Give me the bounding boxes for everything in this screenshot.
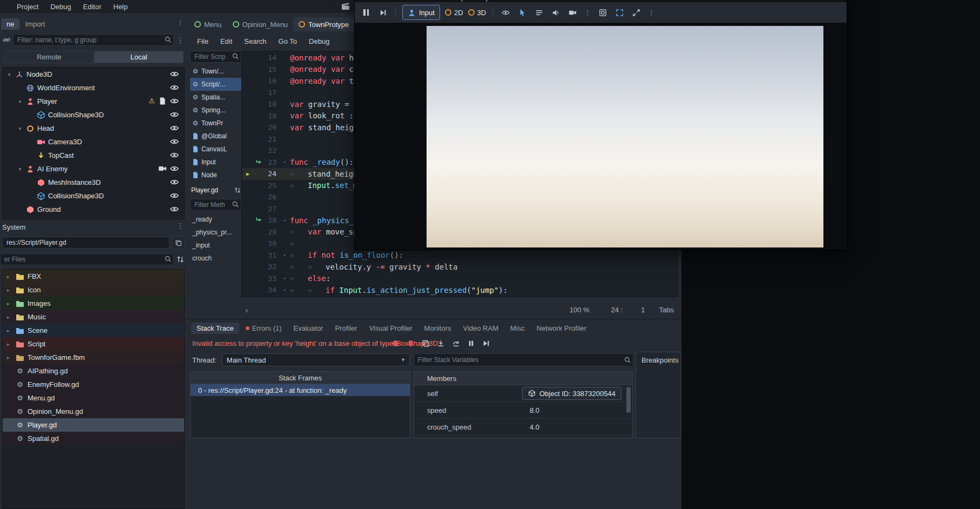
node-list-icon[interactable] xyxy=(533,6,545,18)
visibility-eye-icon[interactable] xyxy=(170,205,179,213)
scene-node-collisionshape3d[interactable]: CollisionShape3D xyxy=(3,108,184,122)
3d-view-button[interactable]: 3D xyxy=(468,9,486,17)
object-id-button[interactable]: Object ID: 33873200544 xyxy=(522,387,621,400)
debugger-tab-stack-trace[interactable]: Stack Trace xyxy=(191,323,239,334)
visibility-eye-icon[interactable] xyxy=(170,83,179,92)
file-images[interactable]: ▸Images xyxy=(3,297,184,310)
file-player-gd[interactable]: ⚙Player.gd xyxy=(3,418,184,432)
filter-stack-variables-input[interactable] xyxy=(414,353,633,366)
menu-debug[interactable]: Debug xyxy=(44,1,77,12)
code-line-34[interactable]: 34▾»»if Input.is_action_just_pressed("ju… xyxy=(242,284,678,296)
record-icon[interactable] xyxy=(390,338,401,349)
script-item-input[interactable]: Input xyxy=(190,156,241,169)
scene-node-collisionshape3d[interactable]: CollisionShape3D xyxy=(3,189,184,203)
copy-error-icon[interactable] xyxy=(420,338,431,349)
expand-arrow-icon[interactable]: ▾ xyxy=(17,166,23,172)
menu-help[interactable]: Help xyxy=(107,1,134,12)
method-physics-pr[interactable]: _physics_pr... xyxy=(190,226,241,239)
code-line-31[interactable]: 31▾»if not is_on_floor(): xyxy=(242,250,678,262)
script-menu-go-to[interactable]: Go To xyxy=(273,36,303,47)
movie-maker-icon[interactable] xyxy=(340,2,351,11)
file-icon[interactable]: ▸Icon xyxy=(3,283,184,297)
visibility-eye-icon[interactable] xyxy=(170,191,179,200)
visibility-eye-icon[interactable] xyxy=(170,151,179,159)
file-fbx[interactable]: ▸FBX xyxy=(3,270,184,283)
dock-tab-ne[interactable]: ne xyxy=(1,18,19,30)
member-row-self[interactable]: selfObject ID: 33873200544 xyxy=(414,385,632,402)
sort-files-icon[interactable] xyxy=(176,255,185,264)
expand-arrow-icon[interactable]: ▾ xyxy=(17,126,23,131)
fold-chevron-icon[interactable]: ▾ xyxy=(280,218,289,223)
step-into-icon[interactable] xyxy=(435,338,446,349)
warning-icon[interactable]: ⚠ xyxy=(147,97,156,105)
scene-node-node3d[interactable]: ▾Node3D xyxy=(3,68,184,81)
debugger-tab-profiler[interactable]: Profiler xyxy=(329,323,362,334)
debugger-tab-misc[interactable]: Misc xyxy=(505,323,530,334)
visibility-eye-icon[interactable] xyxy=(170,124,179,132)
fold-chevron-icon[interactable]: ▾ xyxy=(280,287,289,293)
scene-node-camera3d[interactable]: Camera3D xyxy=(3,135,184,149)
2d-view-button[interactable]: 2D xyxy=(445,9,463,17)
running-game-window[interactable]: (DEBUG) Input 2D 3D xyxy=(355,0,847,250)
screenshot-frame-icon[interactable] xyxy=(597,6,609,18)
select-mode-cursor-icon[interactable] xyxy=(516,6,528,18)
script-item-townpr[interactable]: ⚙TownPr xyxy=(190,117,241,130)
script-item-script[interactable]: ⚙Script/... xyxy=(190,78,241,91)
fullscreen-icon[interactable] xyxy=(613,6,625,18)
scene-node-meshinstance3d[interactable]: MeshInstance3D xyxy=(3,176,184,189)
dock-tab-import[interactable]: Import xyxy=(19,18,50,30)
current-path-input[interactable] xyxy=(2,237,170,249)
pause-icon[interactable] xyxy=(360,6,372,18)
script-menu-debug[interactable]: Debug xyxy=(303,36,335,47)
skip-breakpoints-bell-icon[interactable] xyxy=(405,338,416,349)
script-menu-search[interactable]: Search xyxy=(238,36,272,47)
code-line-33[interactable]: 33▾»else: xyxy=(242,273,678,285)
filesystem-menu-icon[interactable]: ⋮ xyxy=(176,222,185,230)
scene-tab-townprotype[interactable]: TownProtype× xyxy=(293,17,363,31)
menu-editor[interactable]: Editor xyxy=(77,1,107,12)
visibility-eye-icon[interactable] xyxy=(170,70,179,78)
member-row-accel[interactable]: accel16.0 xyxy=(414,436,632,438)
file-menu-gd[interactable]: ⚙Menu.gd xyxy=(3,391,184,405)
link-icon[interactable] xyxy=(2,36,11,44)
file-aipathing-gd[interactable]: ⚙AIPathing.gd xyxy=(3,364,184,378)
file-opinion-menu-gd[interactable]: ⚙Opinion_Menu.gd xyxy=(3,405,184,418)
script-item-spring[interactable]: ⚙Spring... xyxy=(190,104,241,117)
stack-frame-row[interactable]: 0 - res://Script/Player.gd:24 - at funct… xyxy=(191,384,410,396)
expand-arrow-icon[interactable]: ▾ xyxy=(17,99,23,104)
toggle-split-icon[interactable] xyxy=(172,236,185,249)
scene-tab-menu[interactable]: Menu xyxy=(189,17,227,31)
debugger-tab-visual-profiler[interactable]: Visual Profiler xyxy=(364,323,418,334)
sort-methods-icon[interactable] xyxy=(234,186,241,194)
debugger-tab-errors-1[interactable]: Errors (1) xyxy=(240,323,287,334)
file-filter-input[interactable] xyxy=(0,253,174,265)
camera-override-icon[interactable] xyxy=(566,6,578,18)
script-item-node[interactable]: Node xyxy=(190,169,241,182)
members-scrollbar[interactable] xyxy=(626,387,631,436)
script-menu-edit[interactable]: Edit xyxy=(214,36,238,47)
file-music[interactable]: ▸Music xyxy=(3,310,184,324)
collapse-scripts-panel-icon[interactable]: ‹ xyxy=(241,305,252,314)
input-capture-button[interactable]: Input xyxy=(402,5,440,20)
file-townforgame-fbm[interactable]: ▸TownforGame.fbm xyxy=(3,351,184,364)
scene-menu-icon[interactable]: ⋮ xyxy=(176,36,185,44)
scene-node-ground[interactable]: Ground xyxy=(3,203,184,216)
scene-node-topcast[interactable]: TopCast xyxy=(3,149,184,162)
scene-node-player[interactable]: ▾Player⚠ xyxy=(3,95,184,108)
break-pause-icon[interactable] xyxy=(465,338,476,349)
debugger-tab-video-ram[interactable]: Video RAM xyxy=(457,323,504,334)
script-menu-file[interactable]: File xyxy=(191,36,214,47)
fold-chevron-icon[interactable]: ▾ xyxy=(280,159,289,165)
fold-chevron-icon[interactable]: ▾ xyxy=(280,276,289,281)
step-over-icon[interactable] xyxy=(450,338,461,349)
file-enemyfollow-gd[interactable]: ⚙EnemyFollow.gd xyxy=(3,378,184,391)
scene-filter-input[interactable] xyxy=(13,34,174,46)
continue-icon[interactable] xyxy=(481,338,491,349)
method-crouch[interactable]: crouch xyxy=(190,252,241,265)
visibility-eye-icon[interactable] xyxy=(499,6,511,18)
script-item-town[interactable]: ⚙Town/... xyxy=(190,65,241,78)
visibility-eye-icon[interactable] xyxy=(170,178,179,186)
more-options-icon[interactable]: ⋮ xyxy=(647,9,655,17)
script-item-global[interactable]: @Global xyxy=(190,130,241,143)
scene-tab-opinion-menu[interactable]: Opinion_Menu xyxy=(227,17,294,31)
